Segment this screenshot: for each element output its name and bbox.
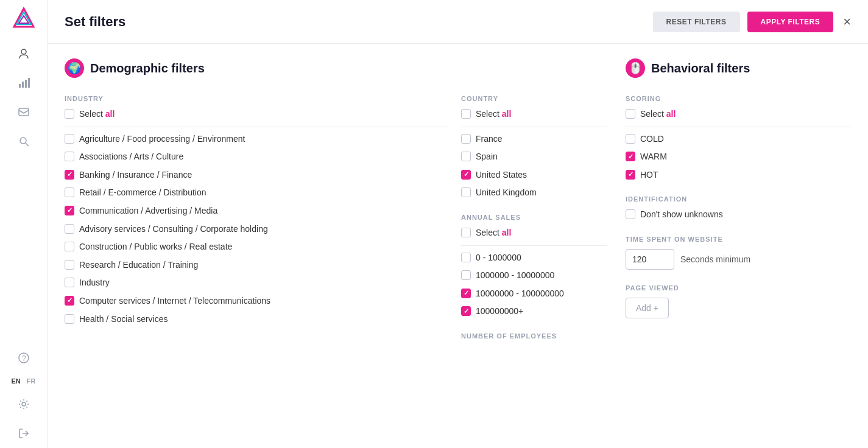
lang-fr[interactable]: FR <box>25 376 38 386</box>
employees-group: NUMBER OF EMPLOYEES <box>461 332 607 340</box>
industry-select-all-text: Select all <box>79 108 115 121</box>
country-item-us[interactable]: United States <box>461 169 607 181</box>
country-select-all[interactable]: Select all <box>461 108 607 121</box>
country-checkbox-us[interactable] <box>461 170 471 180</box>
industry-checkbox-2[interactable] <box>65 170 74 180</box>
sidebar: ? EN FR <box>0 0 48 448</box>
country-item-uk[interactable]: United Kingdom <box>461 187 607 199</box>
industry-item-2[interactable]: Banking / Insurance / Finance <box>65 169 449 181</box>
country-checkbox-france[interactable] <box>461 134 471 144</box>
industry-checkbox-7[interactable] <box>65 260 74 270</box>
identification-item-unknowns[interactable]: Don't show unknowns <box>626 209 851 221</box>
sidebar-item-profile[interactable] <box>12 41 36 66</box>
sales-item-2[interactable]: 10000000 - 100000000 <box>461 288 607 300</box>
time-spent-input[interactable] <box>626 249 674 270</box>
annual-sales-group: ANNUAL SALES Select all 0 - 1000000 <box>461 214 607 318</box>
industry-select-all[interactable]: Select all <box>65 108 449 121</box>
country-item-spain[interactable]: Spain <box>461 151 607 163</box>
industry-checkbox-0[interactable] <box>65 134 74 144</box>
industry-item-5[interactable]: Advisory services / Consulting / Corpora… <box>65 223 449 236</box>
sidebar-item-help[interactable]: ? <box>12 346 36 370</box>
add-page-button[interactable]: Add + <box>626 298 669 318</box>
industry-checkbox-1[interactable] <box>65 152 74 161</box>
sidebar-item-email[interactable] <box>12 100 36 124</box>
industry-checkbox-4[interactable] <box>65 206 74 215</box>
svg-text:?: ? <box>22 354 26 363</box>
industry-item-1[interactable]: Associations / Arts / Culture <box>65 151 449 163</box>
sidebar-item-settings[interactable] <box>12 392 36 416</box>
industry-item-6[interactable]: Construction / Public works / Real estat… <box>65 241 449 253</box>
scoring-checkbox-hot[interactable] <box>626 170 635 180</box>
industry-item-10[interactable]: Health / Social services <box>65 313 449 326</box>
svg-rect-8 <box>19 108 29 116</box>
industry-item-9[interactable]: Computer services / Internet / Telecommu… <box>65 295 449 307</box>
sales-checkbox-0[interactable] <box>461 253 471 262</box>
header: Set filters RESET FILTERS APPLY FILTERS … <box>48 0 868 44</box>
scoring-item-hot[interactable]: HOT <box>626 169 851 181</box>
industry-item-8[interactable]: Industry <box>65 277 449 289</box>
time-spent-group: TIME SPENT ON WEBSITE Seconds minimum <box>626 236 851 270</box>
industry-checkbox-9[interactable] <box>65 296 74 306</box>
reset-filters-button[interactable]: RESET FILTERS <box>653 12 740 32</box>
scoring-select-all-checkbox[interactable] <box>626 109 635 119</box>
behavioral-icon: 🖱️ <box>626 58 645 78</box>
country-item-france[interactable]: France <box>461 133 607 145</box>
country-label: COUNTRY <box>461 95 607 102</box>
time-spent-label: TIME SPENT ON WEBSITE <box>626 236 851 243</box>
sidebar-item-search[interactable] <box>12 129 36 153</box>
scoring-label: SCORING <box>626 95 851 102</box>
scoring-item-cold[interactable]: COLD <box>626 133 851 145</box>
scoring-checkbox-warm[interactable] <box>626 152 635 161</box>
industry-checkbox-8[interactable] <box>65 278 74 287</box>
demographic-inner: INDUSTRY Select all Agriculture / Food p… <box>65 95 607 354</box>
scoring-item-warm[interactable]: WARM <box>626 151 851 163</box>
demographic-heading: 🌍 Demographic filters <box>65 58 607 78</box>
sales-item-0[interactable]: 0 - 1000000 <box>461 252 607 264</box>
industry-checkbox-5[interactable] <box>65 224 74 234</box>
sales-checkbox-1[interactable] <box>461 270 471 280</box>
scoring-checkbox-cold[interactable] <box>626 134 635 144</box>
industry-label: INDUSTRY <box>65 95 449 102</box>
sales-checkbox-2[interactable] <box>461 289 471 298</box>
sales-item-1[interactable]: 1000000 - 10000000 <box>461 270 607 282</box>
industry-item-3[interactable]: Retail / E-commerce / Distribution <box>65 187 449 199</box>
annual-sales-select-all-checkbox[interactable] <box>461 228 471 237</box>
page-title: Set filters <box>65 14 653 30</box>
time-input-row: Seconds minimum <box>626 249 851 270</box>
industry-checkbox-6[interactable] <box>65 242 74 251</box>
industry-checkbox-10[interactable] <box>65 314 74 324</box>
add-page-label: Add + <box>636 303 658 313</box>
page-viewed-group: PAGE VIEWED Add + <box>626 284 851 318</box>
industry-item-4[interactable]: Communication / Advertising / Media <box>65 205 449 217</box>
scoring-select-all[interactable]: Select all <box>626 108 851 121</box>
behavioral-section: 🖱️ Behavioral filters SCORING Select all… <box>626 58 851 433</box>
sidebar-item-logout[interactable] <box>12 421 36 446</box>
country-select-all-checkbox[interactable] <box>461 109 471 119</box>
apply-filters-button[interactable]: APPLY FILTERS <box>747 12 834 32</box>
identification-checkbox-unknowns[interactable] <box>626 209 635 219</box>
svg-rect-6 <box>25 80 27 88</box>
country-checkbox-uk[interactable] <box>461 187 471 197</box>
time-spent-suffix: Seconds minimum <box>680 254 750 264</box>
page-viewed-label: PAGE VIEWED <box>626 284 851 292</box>
industry-checkbox-3[interactable] <box>65 187 74 197</box>
demographic-icon: 🌍 <box>65 58 84 78</box>
lang-en[interactable]: EN <box>10 376 23 386</box>
close-button[interactable]: × <box>843 15 851 29</box>
language-switcher: EN FR <box>10 376 38 386</box>
app-logo[interactable] <box>10 6 37 33</box>
sidebar-item-analytics[interactable] <box>12 71 36 95</box>
country-group: COUNTRY Select all France Spain <box>461 95 607 199</box>
svg-rect-4 <box>19 84 21 88</box>
annual-sales-select-all[interactable]: Select all <box>461 227 607 239</box>
svg-point-3 <box>21 49 26 54</box>
industry-item-7[interactable]: Research / Education / Training <box>65 259 449 271</box>
country-select-all-text: Select all <box>476 108 511 121</box>
employees-label: NUMBER OF EMPLOYEES <box>461 332 607 340</box>
industry-select-all-checkbox[interactable] <box>65 109 74 119</box>
industry-item-0[interactable]: Agriculture / Food processing / Environm… <box>65 133 449 145</box>
svg-point-13 <box>22 402 26 406</box>
sales-checkbox-3[interactable] <box>461 306 471 316</box>
country-checkbox-spain[interactable] <box>461 152 471 161</box>
sales-item-3[interactable]: 100000000+ <box>461 306 607 318</box>
